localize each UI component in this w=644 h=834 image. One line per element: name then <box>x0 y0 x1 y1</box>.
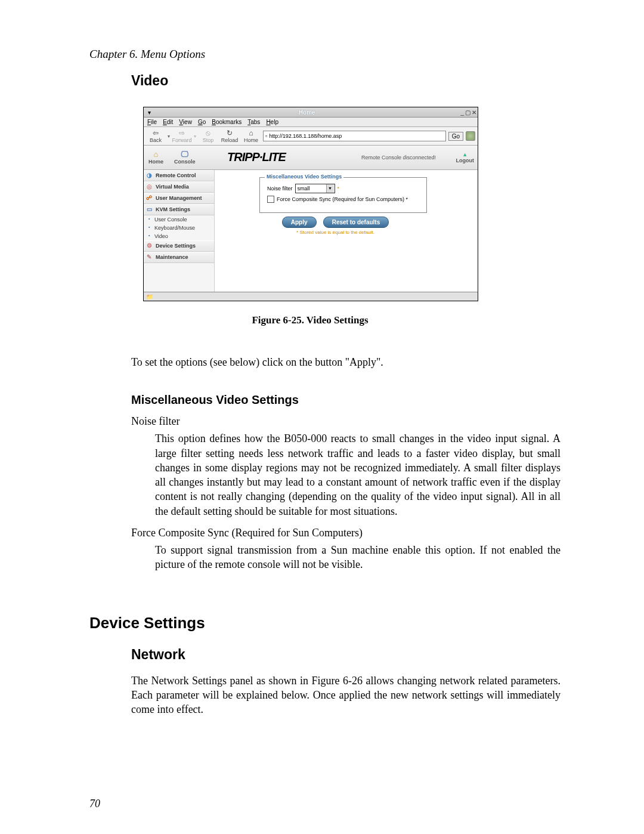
users-icon: ☍ <box>145 194 153 202</box>
sidebar-sub-user-console[interactable]: User Console <box>144 215 214 224</box>
menu-edit[interactable]: Edit <box>163 119 173 125</box>
sidebar-sub-keyboard-mouse[interactable]: Keyboard/Mouse <box>144 224 214 232</box>
menu-view[interactable]: View <box>179 119 192 125</box>
force-sync-description: To support signal transmission from a Su… <box>155 543 561 572</box>
media-icon: ◎ <box>145 183 153 190</box>
back-icon: ⇦ <box>150 129 161 137</box>
sidebar-item-device-settings[interactable]: ⚙Device Settings <box>144 240 214 252</box>
home-button[interactable]: ⌂Home <box>242 129 261 143</box>
misc-video-settings-heading: Miscellaneous Video Settings <box>131 393 561 407</box>
network-heading: Network <box>131 647 561 663</box>
maximize-icon[interactable]: ▢ <box>465 109 470 116</box>
close-icon[interactable]: ✕ <box>472 109 476 116</box>
noise-filter-label: Noise filter <box>267 186 293 191</box>
reload-button[interactable]: ↻Reload <box>220 129 239 143</box>
video-heading: Video <box>131 73 561 89</box>
chapter-header: Chapter 6. Menu Options <box>89 48 561 61</box>
titlebar: ▾ Home _ ▢ ✕ <box>144 107 478 118</box>
device-icon: ⚙ <box>145 242 153 249</box>
fieldset-legend: Miscellaneous Video Settings <box>265 174 343 180</box>
stop-icon: ⦸ <box>203 129 213 137</box>
sidebar: ◑Remote Control ◎Virtual Media ☍User Man… <box>144 170 215 292</box>
header-home-button[interactable]: ⌂Home <box>148 150 163 165</box>
page-number: 70 <box>89 798 100 810</box>
browser-window: ▾ Home _ ▢ ✕ File Edit View Go Bookmarks… <box>143 107 478 301</box>
apply-button[interactable]: Apply <box>282 217 317 228</box>
noise-filter-select[interactable]: small <box>295 184 335 193</box>
figure-caption: Figure 6-25. Video Settings <box>143 314 477 326</box>
menu-help[interactable]: Help <box>266 119 278 125</box>
app-header: ⌂Home 🖵Console TRIPP·LITE Remote Console… <box>144 146 478 170</box>
reset-button[interactable]: Reset to defaults <box>323 217 389 228</box>
sidebar-item-maintenance[interactable]: ✎Maintenance <box>144 252 214 263</box>
intro-paragraph: To set the options (see below) click on … <box>131 355 561 369</box>
network-paragraph: The Network Settings panel as shown in F… <box>131 674 561 717</box>
url-text: http://192.168.1.188/home.asp <box>269 133 342 139</box>
status-message: Remote Console disconnected! <box>361 155 436 160</box>
go-button[interactable]: Go <box>448 132 463 141</box>
main-panel: Miscellaneous Video Settings Noise filte… <box>215 170 478 292</box>
menubar: File Edit View Go Bookmarks Tabs Help <box>144 118 478 127</box>
menu-tabs[interactable]: Tabs <box>247 119 260 125</box>
home-icon: ⌂ <box>246 129 256 137</box>
minimize-icon[interactable]: _ <box>460 109 464 116</box>
noise-filter-description: This option defines how the B050-000 rea… <box>155 431 561 518</box>
fwd-dd-icon[interactable]: ▾ <box>194 134 196 139</box>
menu-bookmarks[interactable]: Bookmarks <box>212 119 242 125</box>
video-settings-fieldset: Miscellaneous Video Settings Noise filte… <box>259 177 427 213</box>
folder-icon[interactable]: 📁 <box>146 294 153 300</box>
figure-6-25: ▾ Home _ ▢ ✕ File Edit View Go Bookmarks… <box>143 107 477 326</box>
home-icon: ⌂ <box>151 150 162 159</box>
noise-filter-term: Noise filter <box>131 415 561 428</box>
forward-icon: ⇨ <box>177 129 187 137</box>
stop-button[interactable]: ⦸Stop <box>199 129 218 143</box>
force-sync-label: Force Composite Sync (Required for Sun C… <box>277 196 408 202</box>
sidebar-item-kvm-settings[interactable]: ▭KVM Settings <box>144 204 214 215</box>
system-menu-icon[interactable]: ▾ <box>145 109 153 116</box>
brand-logo: TRIPP·LITE <box>227 150 286 164</box>
force-sync-term: Force Composite Sync (Required for Sun C… <box>131 527 561 539</box>
header-console-button[interactable]: 🖵Console <box>174 150 196 165</box>
throbber-icon <box>466 131 475 141</box>
window-title: Home <box>153 109 460 116</box>
menu-file[interactable]: File <box>147 119 157 125</box>
url-input[interactable]: ▫ http://192.168.1.188/home.asp <box>263 131 446 141</box>
forward-button[interactable]: ⇨Forward <box>172 129 191 143</box>
remote-icon: ◑ <box>145 172 153 179</box>
reload-icon: ↻ <box>224 129 235 137</box>
sidebar-item-user-management[interactable]: ☍User Management <box>144 193 214 204</box>
sidebar-sub-video[interactable]: Video <box>144 232 214 240</box>
default-footnote: * Stored value is equal to the default. <box>259 230 411 235</box>
console-icon: 🖵 <box>179 150 190 159</box>
taskbar: 📁 <box>144 292 478 301</box>
maintenance-icon: ✎ <box>145 254 153 261</box>
sidebar-item-virtual-media[interactable]: ◎Virtual Media <box>144 181 214 193</box>
force-sync-checkbox[interactable] <box>267 196 274 203</box>
page-icon: ▫ <box>265 133 267 139</box>
logout-icon: ▲ <box>462 152 467 157</box>
menu-go[interactable]: Go <box>198 119 206 125</box>
back-dd-icon[interactable]: ▾ <box>168 134 170 139</box>
logout-button[interactable]: ▲Logout <box>456 152 475 163</box>
sidebar-item-remote-control[interactable]: ◑Remote Control <box>144 170 214 181</box>
toolbar: ⇦Back ▾ ⇨Forward ▾ ⦸Stop ↻Reload ⌂Home ▫… <box>144 127 478 146</box>
device-settings-heading: Device Settings <box>89 614 561 632</box>
back-button[interactable]: ⇦Back <box>146 129 165 143</box>
default-marker-icon: * <box>338 186 340 191</box>
kvm-icon: ▭ <box>145 206 153 213</box>
app-body: ⌂Home 🖵Console TRIPP·LITE Remote Console… <box>144 146 478 292</box>
